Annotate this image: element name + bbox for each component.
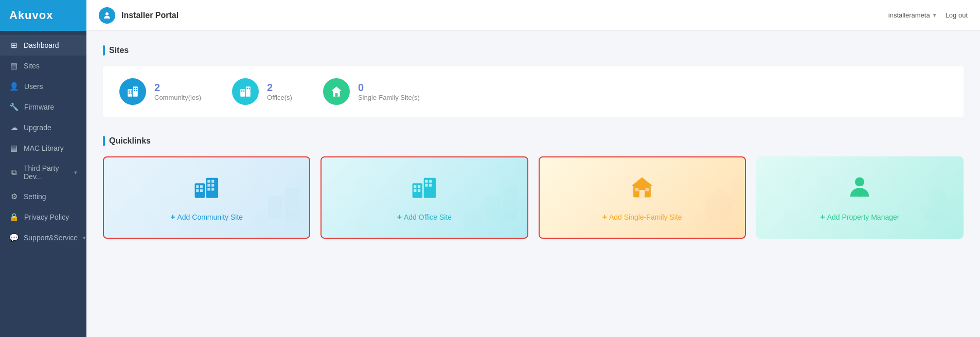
sidebar-item-setting[interactable]: ⚙ Setting xyxy=(0,186,86,207)
setting-icon: ⚙ xyxy=(9,192,19,201)
svg-marker-46 xyxy=(701,187,737,203)
sidebar-item-upgrade[interactable]: ☁ Upgrade xyxy=(0,117,86,138)
sidebar-item-firmware[interactable]: 🔧 Firmware xyxy=(0,97,86,117)
logout-button[interactable]: Log out xyxy=(946,11,968,19)
svg-marker-17 xyxy=(331,86,342,91)
quicklinks-section-title: Quicklinks xyxy=(103,136,964,146)
mac-library-icon: ▤ xyxy=(9,144,19,153)
svg-rect-51 xyxy=(635,188,639,191)
svg-marker-48 xyxy=(631,177,653,186)
svg-rect-44 xyxy=(425,184,427,186)
community-bg-icon xyxy=(263,183,304,233)
svg-rect-45 xyxy=(429,184,432,186)
topbar-right: installerameta ▼ Log out xyxy=(888,11,968,19)
communities-icon xyxy=(119,78,146,105)
manager-bg-icon xyxy=(917,184,958,234)
user-menu[interactable]: installerameta ▼ xyxy=(888,11,937,19)
svg-rect-8 xyxy=(136,88,137,89)
logo: Akuvox xyxy=(0,0,86,31)
sites-stats: 2 Community(ies) 2 xyxy=(103,66,964,117)
privacy-icon: 🔒 xyxy=(9,212,19,222)
add-community-card[interactable]: + Add Community Site xyxy=(103,156,310,239)
svg-rect-38 xyxy=(414,185,416,188)
svg-rect-7 xyxy=(134,88,135,89)
svg-rect-52 xyxy=(646,188,649,191)
sidebar-item-dashboard[interactable]: ⊞ Dashboard xyxy=(0,35,86,56)
svg-rect-41 xyxy=(418,189,420,191)
svg-rect-43 xyxy=(429,180,432,182)
svg-rect-32 xyxy=(207,188,210,190)
manager-main-icon xyxy=(846,174,873,206)
svg-rect-30 xyxy=(207,184,210,186)
single-bg-icon xyxy=(699,183,740,233)
svg-rect-9 xyxy=(134,90,135,91)
single-family-icon xyxy=(323,78,350,105)
office-bg-icon xyxy=(481,183,522,233)
sidebar-item-third-party[interactable]: ⧉ Third Party Dev... ▾ xyxy=(0,158,86,186)
stat-single-family: 0 Single-Family Site(s) xyxy=(323,78,420,105)
stat-offices: 2 Office(s) xyxy=(232,78,292,105)
sidebar-nav: ⊞ Dashboard ▤ Sites 👤 Users 🔧 Firmware ☁… xyxy=(0,31,86,337)
svg-rect-19 xyxy=(335,93,337,97)
svg-point-53 xyxy=(929,188,947,206)
svg-rect-25 xyxy=(200,185,203,188)
single-main-icon xyxy=(629,174,655,206)
svg-rect-56 xyxy=(859,186,861,188)
topbar: Installer Portal installerameta ▼ Log ou… xyxy=(86,0,980,31)
sidebar-item-support[interactable]: 💬 Support&Service ▾ xyxy=(0,227,86,248)
svg-rect-26 xyxy=(196,189,199,191)
user-caret: ▼ xyxy=(932,12,937,18)
firmware-icon: 🔧 xyxy=(9,102,19,112)
svg-rect-40 xyxy=(414,189,416,191)
svg-rect-39 xyxy=(418,185,420,188)
svg-rect-47 xyxy=(706,203,732,221)
svg-rect-50 xyxy=(639,190,645,197)
add-single-family-card[interactable]: + Add Single-Family Site xyxy=(539,156,746,239)
office-main-icon xyxy=(411,174,438,206)
svg-rect-24 xyxy=(196,185,199,188)
support-icon: 💬 xyxy=(9,233,19,242)
offices-icon xyxy=(232,78,259,105)
svg-rect-10 xyxy=(136,90,137,91)
add-office-card[interactable]: + Add Office Site xyxy=(320,156,528,239)
add-property-manager-card[interactable]: + Add Property Manager xyxy=(756,156,964,239)
svg-rect-34 xyxy=(486,196,501,219)
community-main-icon xyxy=(193,174,220,206)
svg-rect-4 xyxy=(131,91,132,92)
svg-rect-11 xyxy=(240,89,245,97)
portal-title: Installer Portal xyxy=(121,11,179,20)
users-icon: 👤 xyxy=(9,82,19,91)
sites-section-title: Sites xyxy=(103,45,964,56)
add-community-label: + Add Community Site xyxy=(170,212,243,222)
svg-rect-27 xyxy=(200,189,203,191)
svg-rect-28 xyxy=(207,180,210,182)
third-party-arrow: ▾ xyxy=(74,169,77,176)
svg-rect-20 xyxy=(268,196,282,219)
sidebar-item-sites[interactable]: ▤ Sites xyxy=(0,56,86,76)
svg-rect-21 xyxy=(285,188,299,219)
svg-rect-35 xyxy=(503,188,517,219)
svg-rect-15 xyxy=(246,88,247,89)
sidebar: Akuvox ⊞ Dashboard ▤ Sites 👤 Users 🔧 Fir… xyxy=(0,0,86,337)
add-office-label: + Add Office Site xyxy=(397,212,452,222)
svg-rect-5 xyxy=(129,93,130,94)
svg-point-54 xyxy=(855,177,864,186)
add-manager-label: + Add Property Manager xyxy=(820,212,899,222)
third-party-icon: ⧉ xyxy=(9,168,19,177)
dashboard-icon: ⊞ xyxy=(9,41,19,50)
sidebar-item-privacy[interactable]: 🔒 Privacy Policy xyxy=(0,207,86,227)
sites-icon: ▤ xyxy=(9,61,19,70)
add-single-label: + Add Single-Family Site xyxy=(602,212,682,222)
svg-rect-16 xyxy=(249,88,250,89)
svg-rect-33 xyxy=(211,188,214,190)
svg-rect-13 xyxy=(241,91,242,92)
svg-rect-3 xyxy=(129,91,130,92)
portal-icon xyxy=(99,7,115,24)
page-body: Sites xyxy=(86,31,980,337)
sidebar-item-mac-library[interactable]: ▤ MAC Library xyxy=(0,138,86,158)
svg-rect-14 xyxy=(243,91,244,92)
svg-rect-29 xyxy=(211,180,214,182)
svg-rect-6 xyxy=(131,93,132,94)
svg-rect-31 xyxy=(211,184,214,186)
sidebar-item-users[interactable]: 👤 Users xyxy=(0,76,86,97)
